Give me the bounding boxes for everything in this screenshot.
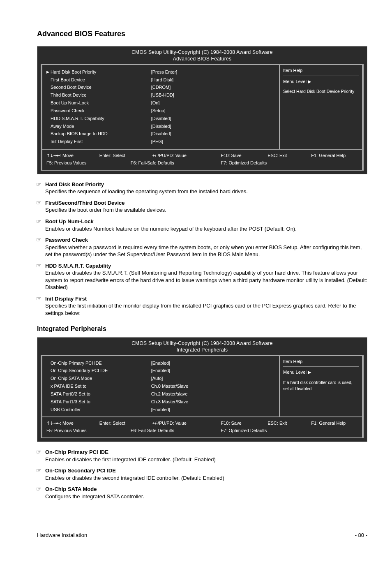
- hand-right-icon: ☞: [36, 295, 45, 317]
- row-value: [Press Enter]: [151, 69, 275, 75]
- footer-help: F1: General Help: [311, 420, 358, 427]
- bios-screen-integrated: CMOS Setup Utility-Copyright (C) 1984-20…: [37, 337, 367, 442]
- bullet-text: Boot Up Num-LockEnables or disables Numl…: [45, 218, 367, 232]
- bullet-lead: Init Display First: [45, 296, 87, 302]
- arrows-icon: ↑↓→←: [46, 153, 60, 158]
- bios-body: On-Chip Primary PCI IDE [Enabled] On-Chi…: [41, 355, 364, 418]
- row-label: Away Mode: [51, 123, 151, 130]
- hand-right-icon: ☞: [36, 467, 45, 481]
- row-label: Password Check: [51, 108, 151, 114]
- spacer: [46, 116, 51, 122]
- bios-row-third-boot[interactable]: Third Boot Device [USB-HDD]: [46, 91, 275, 99]
- help-title: Item Help: [283, 67, 359, 76]
- spacer: [46, 407, 51, 413]
- arrow-right-icon: ▶: [308, 79, 311, 84]
- bios-row-backup-bios[interactable]: Backup BIOS Image to HDD [Disabled]: [46, 130, 275, 138]
- bullet-numlock: ☞ Boot Up Num-LockEnables or disables Nu…: [36, 218, 367, 232]
- spacer: [46, 139, 51, 145]
- footer-move-label: : Move: [60, 153, 74, 158]
- bios-row-sata-port02[interactable]: SATA Port0/2 Set to Ch.2 Master/slave: [46, 390, 275, 398]
- row-label: x PATA IDE Set to: [51, 383, 151, 389]
- bullet-text: On-Chip SATA ModeConfigures the integrat…: [45, 486, 367, 500]
- footer-enter: Enter: Select: [99, 420, 152, 427]
- bios-row-init-display[interactable]: Init Display First [PEG]: [46, 138, 275, 146]
- bullet-lead: Hard Disk Boot Priority: [45, 181, 104, 187]
- hand-right-icon: ☞: [36, 218, 45, 232]
- row-value: [Setup]: [151, 108, 275, 114]
- help-menu-level: Menu Level ▶: [283, 79, 359, 85]
- row-value: [Enabled]: [151, 407, 275, 413]
- spacer: [46, 383, 51, 389]
- bullet-text: First/Second/Third Boot DeviceSpecifies …: [45, 199, 367, 214]
- bios-screen-advanced: CMOS Setup Utility-Copyright (C) 1984-20…: [37, 46, 367, 174]
- bios-row-sata-port13[interactable]: SATA Port1/3 Set to Ch.3 Master/Slave: [46, 398, 275, 406]
- footer-exit: ESC: Exit: [267, 152, 311, 160]
- hand-right-icon: ☞: [36, 181, 45, 195]
- bios-row-numlock[interactable]: Boot Up Num-Lock [On]: [46, 99, 275, 107]
- row-label: On-Chip Secondary PCI IDE: [51, 368, 151, 374]
- footer-prev: F5: Previous Values: [46, 160, 131, 167]
- footer-enter: Enter: Select: [99, 152, 152, 160]
- row-label: Backup BIOS Image to HDD: [51, 131, 151, 137]
- bullet-body: Specifies the boot order from the availa…: [45, 207, 166, 213]
- bios-row-second-boot[interactable]: Second Boot Device [CDROM]: [46, 83, 275, 91]
- spacer: [46, 399, 51, 405]
- footer-save: F10: Save: [221, 152, 267, 160]
- bullet-lead: On-Chip Primary PCI IDE: [45, 449, 108, 455]
- help-title: Item Help: [283, 359, 359, 367]
- bios-row-pata-ide[interactable]: x PATA IDE Set to Ch.0 Master/Slave: [46, 382, 275, 390]
- footer-right: - 80 -: [355, 532, 367, 539]
- bullet-text: Password CheckSpecifies whether a passwo…: [45, 236, 367, 258]
- spacer: [46, 131, 51, 137]
- row-value: [Hard Disk]: [151, 77, 275, 83]
- page-footer: Hardware Installation - 80 -: [37, 529, 367, 539]
- bullet-hdd-boot-priority: ☞ Hard Disk Boot PrioritySpecifies the s…: [36, 181, 367, 195]
- help-menu-level: Menu Level ▶: [283, 369, 359, 375]
- row-label: SATA Port0/2 Set to: [51, 391, 151, 397]
- hand-right-icon: ☞: [36, 449, 45, 463]
- footer-optimized: F7: Optimized Defaults: [221, 427, 314, 434]
- row-label: Boot Up Num-Lock: [51, 100, 151, 106]
- spacer: [46, 84, 51, 90]
- bios-row-smart[interactable]: HDD S.M.A.R.T. Capability [Disabled]: [46, 115, 275, 123]
- bullet-text: Init Display FirstSpecifies the first in…: [45, 295, 367, 317]
- row-label: SATA Port1/3 Set to: [51, 399, 151, 405]
- row-value: Ch.2 Master/slave: [151, 391, 275, 397]
- row-value: [Enabled]: [151, 360, 275, 366]
- spacer: [46, 375, 51, 382]
- row-label: First Boot Device: [51, 77, 151, 83]
- bios-row-usb-controller[interactable]: USB Controller [Enabled]: [46, 406, 275, 414]
- hand-right-icon: ☞: [36, 262, 45, 291]
- spacer: [46, 391, 51, 397]
- row-value: [PEG]: [151, 139, 275, 145]
- bios-row-away-mode[interactable]: Away Mode [Disabled]: [46, 123, 275, 130]
- bullet-text: HDD S.M.A.R.T. CapabilityEnables or disa…: [45, 262, 367, 291]
- row-label: USB Controller: [51, 407, 151, 413]
- bios-row-sata-mode[interactable]: On-Chip SATA Mode [Auto]: [46, 375, 275, 382]
- bullet-secondary-ide: ☞ On-Chip Secondary PCI IDEEnables or di…: [36, 467, 367, 481]
- row-label: Init Display First: [51, 139, 151, 145]
- row-value: [Disabled]: [151, 123, 275, 130]
- help-body: If a hard disk controller card is used, …: [283, 379, 359, 391]
- bios-row-first-boot[interactable]: First Boot Device [Hard Disk]: [46, 76, 275, 84]
- row-label: Second Boot Device: [51, 84, 151, 90]
- bios-row-secondary-ide[interactable]: On-Chip Secondary PCI IDE [Enabled]: [46, 367, 275, 375]
- row-value: [Disabled]: [151, 131, 275, 137]
- bullet-lead: Password Check: [45, 237, 88, 243]
- bullet-lead: First/Second/Third Boot Device: [45, 200, 125, 206]
- help-body: Select Hard Disk Boot Device Priority: [283, 88, 359, 95]
- footer-exit: ESC: Exit: [267, 420, 311, 427]
- spacer: [46, 360, 51, 366]
- bios-row-primary-ide[interactable]: On-Chip Primary PCI IDE [Enabled]: [46, 359, 275, 367]
- footer-move: ↑↓→←: Move: [46, 420, 99, 427]
- section-heading-integrated: Integrated Peripherals: [37, 324, 367, 333]
- footer-failsafe: F6: Fail-Safe Defaults: [131, 427, 221, 434]
- footer-save: F10: Save: [221, 420, 267, 427]
- bullet-text: On-Chip Secondary PCI IDEEnables or disa…: [45, 467, 367, 481]
- bios-row-hdd-boot-priority[interactable]: ▶ Hard Disk Boot Priority [Press Enter]: [46, 68, 275, 76]
- bullet-body: Enables or disables the S.M.A.R.T. (Self…: [45, 270, 367, 290]
- row-label: HDD S.M.A.R.T. Capability: [51, 116, 151, 122]
- bios-section-title: Advanced BIOS Features: [37, 56, 367, 62]
- bios-row-password-check[interactable]: Password Check [Setup]: [46, 107, 275, 115]
- bios-footer: ↑↓→←: Move Enter: Select +/-/PU/PD: Valu…: [41, 150, 364, 171]
